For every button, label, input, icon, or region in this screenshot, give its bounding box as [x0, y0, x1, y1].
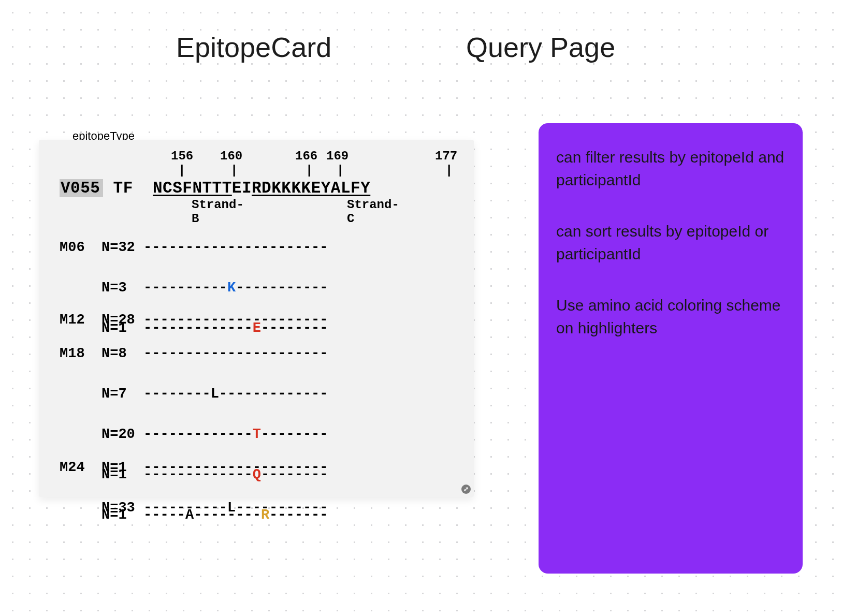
- design-canvas[interactable]: EpitopeCard Query Page epitopeType Parti…: [0, 0, 842, 616]
- pos-label: 156: [171, 149, 193, 163]
- epitope-card[interactable]: 156 160 166 169 177 | | | | | V055 TF NC…: [39, 140, 474, 497]
- sticky-note-line: Use amino acid coloring scheme on highli…: [556, 294, 785, 339]
- sticky-note-line: can sort results by epitopeId or partici…: [556, 220, 785, 265]
- pos-label: 166: [295, 149, 317, 163]
- expand-icon[interactable]: ⤢: [461, 485, 471, 494]
- pos-label: 177: [435, 149, 457, 163]
- timepoint-label: M24: [60, 460, 85, 475]
- participant-badge: V055: [60, 179, 103, 197]
- sticky-note-line: can filter results by epitopeId and part…: [556, 146, 785, 191]
- seq-row: ----------------------: [143, 460, 328, 475]
- reference-row: V055 TF NCSFNTTTEIRDKKKKEYALFY: [60, 179, 370, 197]
- epitope-card-title: EpitopeCard: [176, 31, 331, 63]
- timepoint-block-m24: M24 N=1 ---------------------- N=33 ----…: [60, 437, 328, 559]
- query-page-sticky[interactable]: can filter results by epitopeId and part…: [539, 123, 803, 574]
- seq-row: ----------L-----------: [143, 500, 328, 516]
- seq-row: ----------------------: [143, 346, 328, 361]
- seq-row: --------L-------------: [143, 386, 328, 402]
- timepoint-label: M06: [60, 240, 85, 255]
- seq-row: ----------------------: [143, 240, 328, 255]
- pos-label: 169: [326, 149, 349, 163]
- query-page-title: Query Page: [466, 31, 615, 63]
- pos-label: 160: [220, 149, 242, 163]
- strand-label: Strand-C: [347, 198, 399, 226]
- reference-sequence: NCSFNTTTEIRDKKKKEYALFY: [153, 179, 370, 197]
- timepoint-label: M18: [60, 346, 85, 361]
- epitope-type-value: TF: [113, 179, 133, 197]
